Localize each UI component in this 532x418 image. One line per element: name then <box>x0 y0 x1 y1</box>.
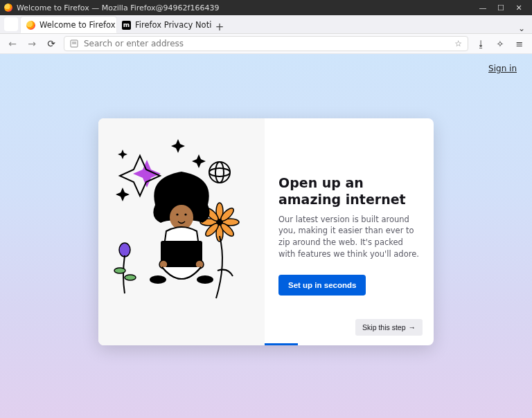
tab-label: Welcome to Firefox <box>39 20 116 30</box>
skip-button[interactable]: Skip this step → <box>355 319 423 336</box>
sign-in-link[interactable]: Sign in <box>488 64 517 73</box>
svg-point-18 <box>170 205 193 230</box>
url-bar[interactable]: Search or enter address ☆ <box>64 36 468 51</box>
svg-point-25 <box>197 275 213 284</box>
svg-point-20 <box>184 213 186 215</box>
tab-label: Firefox Privacy Notice — … <box>135 20 212 30</box>
all-tabs-button[interactable]: ⌄ <box>514 24 529 33</box>
reload-button[interactable]: ⟳ <box>44 38 58 49</box>
new-tab-button[interactable]: + <box>212 21 227 33</box>
onboarding-content: Open up an amazing internet Our latest v… <box>265 118 434 345</box>
person-with-laptop-illustration <box>98 118 265 345</box>
tab-welcome[interactable]: Welcome to Firefox × <box>21 17 116 33</box>
bookmark-star-button[interactable]: ☆ <box>454 39 462 48</box>
onboarding-progress <box>98 343 434 345</box>
svg-point-3 <box>209 162 230 183</box>
tab-privacy-notice[interactable]: m Firefox Privacy Notice — … × <box>116 17 212 33</box>
page-info-icon <box>70 39 78 48</box>
svg-point-19 <box>176 213 178 215</box>
skip-button-label: Skip this step <box>362 323 405 331</box>
window-maximize-button[interactable]: ☐ <box>492 3 510 12</box>
setup-button[interactable]: Set up in seconds <box>278 275 366 296</box>
svg-point-16 <box>114 268 125 273</box>
svg-point-4 <box>209 168 230 176</box>
back-button[interactable]: ← <box>6 38 19 49</box>
onboarding-headline: Open up an amazing internet <box>278 175 420 208</box>
url-bar-placeholder: Search or enter address <box>84 39 184 48</box>
extensions-button[interactable]: ✧ <box>493 39 507 49</box>
svg-point-24 <box>150 275 166 284</box>
welcome-page: Sign in <box>0 54 532 418</box>
navigation-toolbar: ← → ⟳ Search or enter address ☆ ⭳ ✧ ≡ <box>0 34 532 54</box>
onboarding-description: Our latest version is built around you, … <box>278 214 420 260</box>
window-close-button[interactable]: ✕ <box>510 3 528 12</box>
svg-point-17 <box>125 275 136 280</box>
save-to-pocket-button[interactable]: ⭳ <box>474 39 488 49</box>
window-minimize-button[interactable]: — <box>474 3 492 12</box>
firefox-icon <box>4 3 12 12</box>
window-titlebar: Welcome to Firefox — Mozilla Firefox@949… <box>0 0 532 15</box>
firefox-view-button[interactable] <box>4 17 18 31</box>
mozilla-icon: m <box>122 21 131 30</box>
progress-indicator <box>265 343 298 345</box>
forward-button[interactable]: → <box>25 38 39 49</box>
onboarding-card: Open up an amazing internet Our latest v… <box>98 118 434 345</box>
onboarding-illustration <box>98 118 265 345</box>
tab-strip: Welcome to Firefox × m Firefox Privacy N… <box>0 15 532 34</box>
svg-point-15 <box>119 243 130 257</box>
svg-point-5 <box>215 162 224 183</box>
firefox-icon <box>26 21 35 30</box>
window-title: Welcome to Firefox — Mozilla Firefox@949… <box>17 3 219 12</box>
arrow-right-icon: → <box>409 323 416 331</box>
app-menu-button[interactable]: ≡ <box>513 39 526 49</box>
